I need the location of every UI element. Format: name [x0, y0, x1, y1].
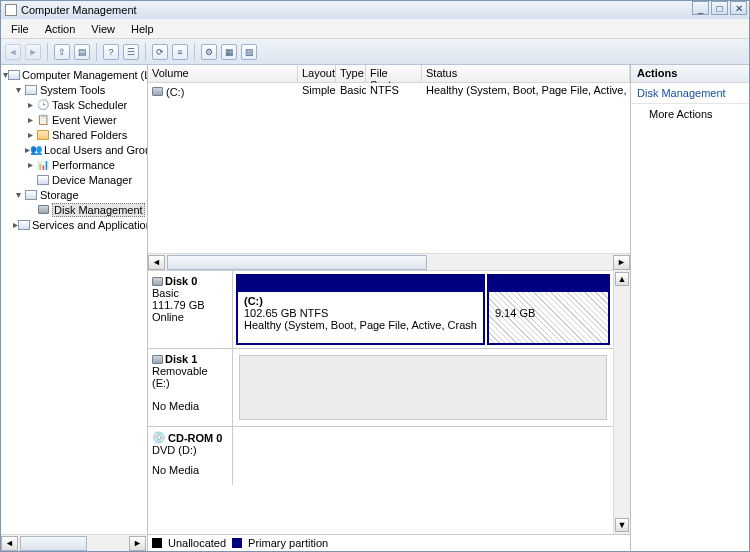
tree-storage[interactable]: ▾ Storage	[1, 187, 147, 202]
partition-label: (C:)	[244, 295, 477, 307]
volume-status: Healthy (System, Boot, Page File, Active…	[422, 84, 630, 99]
menubar: File Action View Help	[1, 19, 749, 39]
show-hide-tree-icon[interactable]: ▤	[74, 44, 90, 60]
collapse-icon[interactable]: ▾	[13, 189, 24, 200]
expand-icon[interactable]: ▸	[25, 114, 36, 125]
col-filesystem[interactable]: File System	[366, 65, 422, 82]
partition-status: Healthy (System, Boot, Page File, Active…	[244, 319, 477, 331]
swatch-primary	[232, 538, 242, 548]
maximize-button[interactable]: □	[711, 1, 728, 15]
partition-unallocated[interactable]: 9.14 GB	[487, 274, 610, 345]
menu-file[interactable]: File	[3, 21, 37, 37]
separator	[47, 43, 48, 61]
partition-size: 9.14 GB	[495, 307, 602, 319]
tree-system-tools[interactable]: ▾ System Tools	[1, 82, 147, 97]
disk-kind: Removable (E:)	[152, 365, 228, 389]
view-bottom-icon[interactable]: ▧	[241, 44, 257, 60]
tools-icon	[24, 83, 38, 97]
expand-icon[interactable]: ▸	[25, 159, 36, 170]
disk-name: Disk 1	[165, 353, 197, 365]
volume-fs: NTFS	[366, 84, 422, 99]
window-title: Computer Management	[21, 4, 137, 16]
volume-list-header: Volume Layout Type File System Status	[148, 65, 630, 83]
partition-size: 102.65 GB NTFS	[244, 307, 477, 319]
disk-info: Disk 1 Removable (E:) No Media	[148, 349, 233, 426]
menu-help[interactable]: Help	[123, 21, 162, 37]
minimize-button[interactable]: _	[692, 1, 709, 15]
volume-list-scrollbar[interactable]: ◄ ►	[148, 253, 630, 270]
col-volume[interactable]: Volume	[148, 65, 298, 82]
cdrom-icon: 💿	[152, 431, 166, 444]
scroll-up-icon[interactable]: ▲	[615, 272, 629, 286]
performance-icon: 📊	[36, 158, 50, 172]
volume-icon	[152, 87, 163, 96]
menu-action[interactable]: Action	[37, 21, 84, 37]
disk-name: CD-ROM 0	[168, 432, 222, 444]
close-button[interactable]: ✕	[730, 1, 747, 15]
disk-name: Disk 0	[165, 275, 197, 287]
navigation-tree[interactable]: ▾ Computer Management (Local ▾ System To…	[1, 65, 148, 551]
scroll-left-icon[interactable]: ◄	[1, 536, 18, 551]
view-top-icon[interactable]: ▦	[221, 44, 237, 60]
volume-list[interactable]: (C:) Simple Basic NTFS Healthy (System, …	[148, 83, 630, 253]
expand-icon[interactable]: ▸	[25, 129, 36, 140]
legend-primary: Primary partition	[248, 537, 328, 549]
volume-row[interactable]: (C:) Simple Basic NTFS Healthy (System, …	[148, 83, 630, 99]
tree-performance[interactable]: ▸ 📊 Performance	[1, 157, 147, 172]
partition-c[interactable]: (C:) 102.65 GB NTFS Healthy (System, Boo…	[236, 274, 485, 345]
disk-icon	[152, 277, 163, 286]
forward-icon: ►	[25, 44, 41, 60]
col-type[interactable]: Type	[336, 65, 366, 82]
tree-shared-folders[interactable]: ▸ Shared Folders	[1, 127, 147, 142]
scroll-right-icon[interactable]: ►	[613, 255, 630, 270]
separator	[194, 43, 195, 61]
storage-icon	[24, 188, 38, 202]
tree-root[interactable]: ▾ Computer Management (Local	[1, 67, 147, 82]
clock-icon: 🕒	[36, 98, 50, 112]
properties-icon[interactable]: ☰	[123, 44, 139, 60]
collapse-icon[interactable]: ▾	[13, 84, 24, 95]
actions-more-actions[interactable]: More Actions	[631, 104, 749, 124]
refresh-icon[interactable]: ⟳	[152, 44, 168, 60]
scroll-thumb[interactable]	[167, 255, 427, 270]
tree-event-viewer[interactable]: ▸ 📋 Event Viewer	[1, 112, 147, 127]
scroll-down-icon[interactable]: ▼	[615, 518, 629, 532]
disk-row-0[interactable]: Disk 0 Basic 111.79 GB Online (C:) 102.6…	[148, 271, 613, 349]
settings-icon[interactable]: ⚙	[201, 44, 217, 60]
disk-row-cdrom[interactable]: 💿CD-ROM 0 DVD (D:) No Media	[148, 427, 613, 485]
disk-map: Disk 0 Basic 111.79 GB Online (C:) 102.6…	[148, 270, 630, 534]
legend-unallocated: Unallocated	[168, 537, 226, 549]
expand-icon[interactable]: ▸	[25, 99, 36, 110]
tree-local-users[interactable]: ▸ 👥 Local Users and Groups	[1, 142, 147, 157]
scroll-thumb[interactable]	[20, 536, 87, 551]
disk-icon	[152, 355, 163, 364]
app-icon	[5, 4, 17, 16]
scroll-left-icon[interactable]: ◄	[148, 255, 165, 270]
menu-view[interactable]: View	[83, 21, 123, 37]
col-status[interactable]: Status	[422, 65, 630, 82]
disk-row-1[interactable]: Disk 1 Removable (E:) No Media	[148, 349, 613, 427]
partition-header	[238, 276, 483, 292]
volume-name: (C:)	[166, 86, 184, 98]
main-pane: Volume Layout Type File System Status (C…	[148, 65, 631, 551]
list-icon[interactable]: ≡	[172, 44, 188, 60]
tree-device-manager[interactable]: Device Manager	[1, 172, 147, 187]
toolbar: ◄ ► ⇧ ▤ ? ☰ ⟳ ≡ ⚙ ▦ ▧	[1, 39, 749, 65]
tree-services-apps[interactable]: ▸ Services and Applications	[1, 217, 147, 232]
actions-group-disk-management[interactable]: Disk Management	[631, 83, 749, 104]
tree-root-label: Computer Management (Local	[22, 69, 148, 81]
col-layout[interactable]: Layout	[298, 65, 336, 82]
up-icon[interactable]: ⇧	[54, 44, 70, 60]
users-icon: 👥	[30, 143, 42, 157]
folder-icon	[36, 128, 50, 142]
tree-scrollbar[interactable]: ◄ ►	[1, 534, 146, 551]
scroll-right-icon[interactable]: ►	[129, 536, 146, 551]
tree-task-scheduler[interactable]: ▸ 🕒 Task Scheduler	[1, 97, 147, 112]
disk-map-scrollbar[interactable]: ▲ ▼	[613, 270, 630, 534]
device-icon	[36, 173, 50, 187]
services-icon	[18, 218, 30, 232]
help-icon[interactable]: ?	[103, 44, 119, 60]
disk-info: Disk 0 Basic 111.79 GB Online	[148, 271, 233, 348]
no-media-area	[239, 355, 607, 420]
tree-disk-management[interactable]: Disk Management	[1, 202, 147, 217]
